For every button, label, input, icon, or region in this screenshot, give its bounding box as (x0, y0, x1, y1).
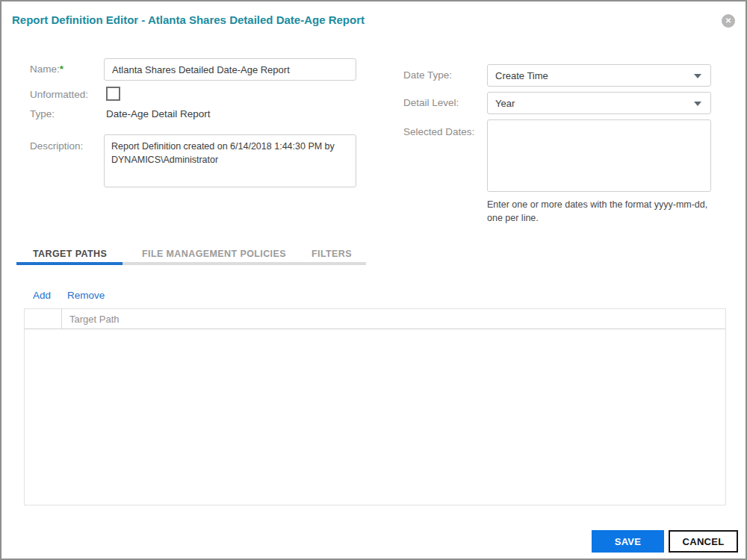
close-icon[interactable]: ✕ (722, 14, 735, 28)
name-label: Name:* (30, 63, 63, 75)
description-label: Description: (30, 140, 83, 152)
table-header-select-column (25, 309, 62, 329)
table-body-empty (25, 330, 725, 505)
selected-dates-label: Selected Dates: (403, 126, 474, 137)
name-input[interactable] (104, 58, 356, 81)
chevron-down-icon (694, 102, 701, 106)
description-textarea[interactable]: Report Definition created on 6/14/2018 1… (104, 134, 356, 187)
required-asterisk: * (60, 63, 63, 75)
unformatted-label: Unformatted: (30, 89, 88, 100)
detail-level-select[interactable]: Year (487, 92, 711, 114)
add-link[interactable]: Add (33, 290, 51, 301)
target-path-table: Target Path (24, 308, 726, 505)
tab-filters[interactable]: FILTERS (311, 249, 352, 259)
selected-dates-hint: Enter one or more dates with the format … (487, 198, 716, 225)
date-type-selected-value: Create Time (495, 70, 548, 81)
date-type-label: Date Type: (403, 69, 452, 81)
table-header-row: Target Path (25, 309, 725, 329)
remove-link[interactable]: Remove (67, 290, 105, 301)
name-label-text: Name: (30, 63, 60, 75)
type-label: Type: (30, 108, 55, 119)
detail-level-label: Detail Level: (403, 97, 459, 108)
tab-target-paths[interactable]: TARGET PATHS (33, 249, 107, 259)
unformatted-checkbox[interactable] (106, 87, 120, 101)
report-definition-editor-dialog: Report Definition Editor - Atlanta Share… (0, 0, 747, 560)
cancel-button[interactable]: CANCEL (669, 530, 738, 553)
save-button[interactable]: SAVE (592, 530, 664, 553)
active-tab-underline (16, 262, 123, 265)
chevron-down-icon (694, 74, 701, 78)
detail-level-selected-value: Year (495, 98, 515, 109)
date-type-select[interactable]: Create Time (487, 64, 711, 87)
table-header-target-path[interactable]: Target Path (62, 314, 120, 325)
selected-dates-textarea[interactable] (487, 119, 711, 192)
tab-underline-track (16, 262, 366, 265)
type-value: Date-Age Detail Report (106, 108, 211, 119)
tab-file-management-policies[interactable]: FILE MANAGEMENT POLICIES (142, 249, 286, 259)
dialog-title: Report Definition Editor - Atlanta Share… (12, 13, 365, 26)
